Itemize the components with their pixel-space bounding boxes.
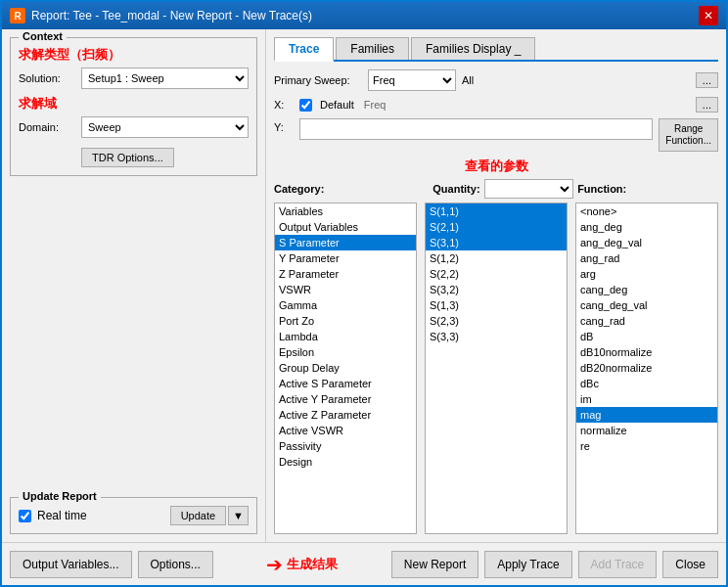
function-item[interactable]: arg (576, 266, 717, 282)
x-value: Freq (364, 99, 690, 111)
x-default-checkbox[interactable] (299, 99, 312, 112)
function-item[interactable]: ang_deg (576, 219, 717, 235)
function-item[interactable]: dB (576, 329, 717, 344)
category-item[interactable]: Lambda (275, 329, 416, 344)
right-panel: Trace Families Families Display _ Primar… (266, 29, 726, 542)
annotation-query: 查看的参数 (274, 158, 718, 175)
quantity-item[interactable]: S(2,2) (426, 266, 567, 282)
category-item[interactable]: Variables (275, 203, 416, 219)
close-window-button[interactable]: ✕ (699, 6, 718, 25)
quantity-item[interactable]: S(3,2) (426, 282, 567, 297)
add-trace-button[interactable]: Add Trace (578, 551, 658, 578)
domain-row: Domain: Sweep (19, 116, 249, 138)
x-ellipsis-button[interactable]: ... (696, 97, 718, 113)
apply-trace-button[interactable]: Apply Trace (484, 551, 571, 578)
function-col-label: Function: (577, 183, 718, 195)
function-item[interactable]: dB20normalize (576, 360, 717, 376)
update-report-label: Update Report (19, 490, 101, 502)
function-item[interactable]: ang_deg_val (576, 235, 717, 250)
category-item[interactable]: Active Y Parameter (275, 391, 416, 407)
output-variables-button[interactable]: Output Variables... (10, 551, 132, 578)
function-item[interactable]: cang_deg_val (576, 297, 717, 313)
category-listbox[interactable]: VariablesOutput VariablesS ParameterY Pa… (274, 203, 417, 534)
quantity-col-label: Quantity: (432, 183, 479, 195)
quantity-item[interactable]: S(1,1) (426, 203, 567, 219)
function-item[interactable]: <none> (576, 203, 717, 219)
quantity-item[interactable]: S(1,3) (426, 297, 567, 313)
domain-select[interactable]: Sweep (81, 116, 249, 138)
function-item[interactable]: dBc (576, 376, 717, 391)
function-item[interactable]: normalize (576, 423, 717, 438)
function-item[interactable]: dB10normalize (576, 344, 717, 360)
quantity-column: S(1,1)S(2,1)S(3,1)S(1,2)S(2,2)S(3,2)S(1,… (425, 203, 568, 534)
function-item[interactable]: cang_rad (576, 313, 717, 329)
solution-select[interactable]: Setup1 : Sweep (81, 68, 249, 89)
quantity-item[interactable]: S(2,3) (426, 313, 567, 329)
function-item[interactable]: ang_rad (576, 250, 717, 266)
col-headers-row: Category: Quantity: Function: (274, 179, 718, 199)
category-item[interactable]: VSWR (275, 282, 416, 297)
function-item[interactable]: mag (576, 407, 717, 423)
category-item[interactable]: Y Parameter (275, 250, 416, 266)
close-button[interactable]: Close (662, 551, 718, 578)
annotation-type: 求解类型（扫频） (19, 46, 249, 64)
function-item[interactable]: cang_deg (576, 282, 717, 297)
new-report-button[interactable]: New Report (391, 551, 478, 578)
tab-families[interactable]: Families (336, 37, 409, 60)
arrow-icon: ➔ (266, 553, 283, 576)
y-value-input[interactable]: mag(S(1,1)); mag(S(2,1)); mag(S(3,1)) (299, 118, 653, 140)
y-row: Y: mag(S(1,1)); mag(S(2,1)); mag(S(3,1))… (274, 118, 718, 152)
category-item[interactable]: Passivity (275, 438, 416, 454)
context-group: Context 求解类型（扫频） Solution: Setup1 : Swee… (10, 37, 257, 176)
solution-row: Solution: Setup1 : Sweep (19, 68, 249, 89)
update-dropdown-button[interactable]: ▼ (228, 506, 249, 525)
x-default-label: Default (320, 99, 354, 111)
quantity-item[interactable]: S(2,1) (426, 219, 567, 235)
category-quantity-function-row: VariablesOutput VariablesS ParameterY Pa… (274, 203, 718, 534)
real-time-label: Real time (37, 509, 87, 522)
function-item[interactable]: im (576, 391, 717, 407)
category-item[interactable]: Group Delay (275, 360, 416, 376)
function-item[interactable]: re (576, 438, 717, 454)
category-item[interactable]: S Parameter (275, 235, 416, 250)
update-button[interactable]: Update (170, 506, 226, 525)
function-listbox[interactable]: <none>ang_degang_deg_valang_radargcang_d… (575, 203, 718, 534)
y-label: Y: (274, 121, 294, 133)
solution-label: Solution: (19, 72, 77, 84)
quantity-dropdown[interactable] (484, 179, 574, 199)
category-item[interactable]: Active VSWR (275, 423, 416, 438)
quantity-item[interactable]: S(1,2) (426, 250, 567, 266)
category-item[interactable]: Gamma (275, 297, 416, 313)
footer-right: New Report Apply Trace Add Trace Close (391, 551, 718, 578)
tab-families-display[interactable]: Families Display _ (411, 37, 535, 60)
category-item[interactable]: Epsilon (275, 344, 416, 360)
real-time-checkbox[interactable] (19, 510, 31, 522)
tab-trace[interactable]: Trace (274, 37, 334, 62)
category-item[interactable]: Design (275, 454, 416, 470)
category-item[interactable]: Active S Parameter (275, 376, 416, 391)
category-item[interactable]: Z Parameter (275, 266, 416, 282)
function-column: <none>ang_degang_deg_valang_radargcang_d… (575, 203, 718, 534)
category-item[interactable]: Active Z Parameter (275, 407, 416, 423)
category-column: VariablesOutput VariablesS ParameterY Pa… (274, 203, 417, 534)
primary-sweep-label: Primary Sweep: (274, 74, 362, 86)
primary-sweep-select[interactable]: Freq (368, 69, 456, 91)
footer-left: Output Variables... Options... (10, 551, 213, 578)
quantity-item[interactable]: S(3,1) (426, 235, 567, 250)
range-function-button[interactable]: Range Function... (659, 118, 718, 152)
context-label: Context (19, 30, 67, 42)
title-bar: R Report: Tee - Tee_modal - New Report -… (2, 2, 726, 29)
quantity-listbox[interactable]: S(1,1)S(2,1)S(3,1)S(1,2)S(2,2)S(3,2)S(1,… (425, 203, 568, 534)
annotation-result-area: ➔ 生成结果 (266, 553, 338, 576)
annotation-domain: 求解域 (19, 95, 249, 113)
x-label: X: (274, 99, 294, 111)
category-item[interactable]: Port Zo (275, 313, 416, 329)
tdr-options-button[interactable]: TDR Options... (81, 148, 174, 167)
quantity-item[interactable]: S(3,3) (426, 329, 567, 344)
domain-label: Domain: (19, 121, 77, 133)
primary-sweep-all: All (462, 74, 474, 86)
category-item[interactable]: Output Variables (275, 219, 416, 235)
left-panel: Context 求解类型（扫频） Solution: Setup1 : Swee… (2, 29, 266, 542)
options-button[interactable]: Options... (138, 551, 213, 578)
primary-sweep-ellipsis-button[interactable]: ... (696, 72, 718, 88)
